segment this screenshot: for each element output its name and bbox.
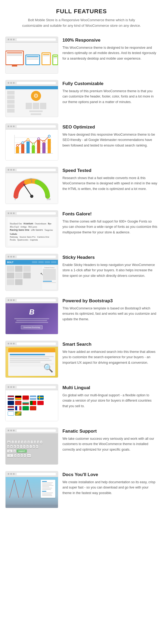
svg-rect-5 [21, 144, 24, 153]
browser-dot [10, 169, 12, 171]
key-9: 9 [37, 440, 39, 444]
search-content: 🔍 [6, 347, 58, 377]
browser-dot [10, 343, 12, 344]
flag-bg [22, 401, 29, 405]
flag-za [15, 411, 21, 416]
feature-desc-customizable: The beauty of this premium WooCommerce t… [62, 88, 158, 105]
key-o: O [33, 445, 35, 448]
font-rye: Rye [48, 223, 51, 225]
browser-dot [13, 430, 15, 431]
bootstrap-text-lines [12, 317, 51, 324]
key-z: Z [14, 454, 17, 458]
browser-bar [17, 82, 56, 84]
font-galindo: Galindo [10, 233, 17, 235]
key-support: support [16, 449, 27, 453]
flag-nl [8, 406, 14, 410]
key-comm: comm [27, 454, 31, 458]
browser-dot [10, 39, 12, 40]
key-i: I [29, 445, 32, 448]
download-bootstrap-button[interactable]: Download Bootstrap [21, 325, 42, 329]
flag-il [8, 411, 14, 416]
flag-cn [30, 406, 36, 410]
key-0: 0 [40, 440, 43, 444]
font-capriola: Capriola [30, 239, 38, 241]
key-v: V [24, 454, 26, 458]
customize-sidebar [7, 91, 15, 115]
feature-desc-fonts: This theme comes with full support for 6… [62, 219, 158, 235]
browser-dot [10, 82, 12, 84]
key-8: 8 [34, 440, 36, 444]
browser-dot [13, 212, 15, 214]
keyboard-mock: esc 1 2 3 4 5 6 7 8 9 0 Q [6, 434, 58, 464]
browser-dot [8, 473, 9, 475]
laptop-device [25, 55, 40, 65]
svg-point-12 [22, 142, 24, 144]
bootstrap-content: B Download Bootstrap [6, 303, 58, 334]
feature-text-seo: SEO Optimized We have designed this resp… [62, 123, 158, 148]
key-t: T [20, 445, 22, 448]
browser-dot [10, 299, 12, 301]
feature-text-bootstrap: Powered by Bootstrap3 This WooCommerce t… [62, 297, 158, 322]
browser-dot [13, 169, 15, 171]
svg-line-31 [28, 480, 32, 498]
feature-desc-bootstrap: This WooCommerce template is based on Bo… [62, 306, 158, 322]
browser-bar [17, 299, 56, 301]
browser-dot [13, 386, 15, 388]
support-content: esc 1 2 3 4 5 6 7 8 9 0 Q [6, 434, 58, 464]
font-raleway: Raleway [10, 236, 18, 238]
browser-dot [10, 126, 12, 127]
font-onfigo: Onfigo [20, 226, 27, 228]
key-3: 3 [18, 440, 20, 444]
key-a: A [13, 449, 16, 453]
svg-line-20 [24, 184, 32, 196]
feature-title-fonts: Fonts Galore! [62, 211, 158, 217]
feature-seo: SEO Optimized We have designed this resp… [5, 123, 158, 161]
feature-speed: 0 50 100 Speed Tested Research shows tha… [5, 167, 158, 204]
key-esc: esc [7, 440, 11, 444]
font-kranium: Kranium [24, 222, 33, 225]
feature-docs: Docs You'll Love We create installation … [5, 471, 158, 508]
feature-desc-support: We take customer success very seriously … [62, 436, 158, 452]
browser-dot [13, 343, 15, 344]
svg-rect-9 [42, 143, 46, 153]
font-missfajol: Miss Fajol [10, 226, 19, 228]
svg-point-11 [16, 144, 19, 146]
sticky-nav: BOLT [6, 260, 58, 265]
feature-title-seo: SEO Optimized [62, 125, 158, 130]
browser-dot [13, 299, 15, 301]
browser-dot [13, 39, 15, 40]
browser-dot [13, 473, 15, 475]
svg-rect-6 [26, 141, 30, 153]
feature-title-responsive: 100% Responsive [62, 38, 158, 43]
browser-dot [10, 212, 12, 214]
svg-point-15 [38, 138, 40, 140]
key-w: W [10, 445, 13, 448]
seo-chart-svg [9, 132, 54, 157]
svg-rect-10 [48, 139, 51, 153]
browser-dot [8, 430, 9, 431]
feature-title-speed: Speed Tested [62, 168, 158, 173]
browser-dot [10, 386, 12, 388]
browser-dot [8, 39, 9, 40]
feature-text-fonts: Fonts Galore! This theme comes with full… [62, 210, 158, 235]
browser-dot [10, 256, 12, 257]
tablet-device [42, 52, 51, 65]
font-peralta: Peralta [10, 239, 16, 241]
feature-desc-responsive: This WooCommerce theme is designed to be… [62, 45, 158, 61]
browser-bar [17, 343, 56, 345]
feature-search: 🔍 Smart Search We have added an enhanced… [5, 341, 158, 378]
browser-bar [17, 169, 56, 171]
feature-bootstrap: B Download Bootstrap Powered by Bootstra… [5, 297, 158, 334]
svg-text:0: 0 [15, 198, 16, 201]
feature-title-multilingual: Multi Lingual [62, 385, 158, 390]
svg-line-30 [23, 480, 28, 498]
flag-us [8, 396, 14, 400]
flag-gb [8, 401, 14, 405]
browser-dot [13, 126, 15, 127]
feature-image-multilingual [5, 384, 58, 421]
feature-title-docs: Docs You'll Love [62, 472, 158, 477]
feature-desc-docs: We create installation and help document… [62, 479, 158, 496]
browser-dot [8, 212, 9, 214]
key-c: C [20, 454, 23, 458]
feature-text-customizable: Fully Customizable The beauty of this pr… [62, 80, 158, 105]
